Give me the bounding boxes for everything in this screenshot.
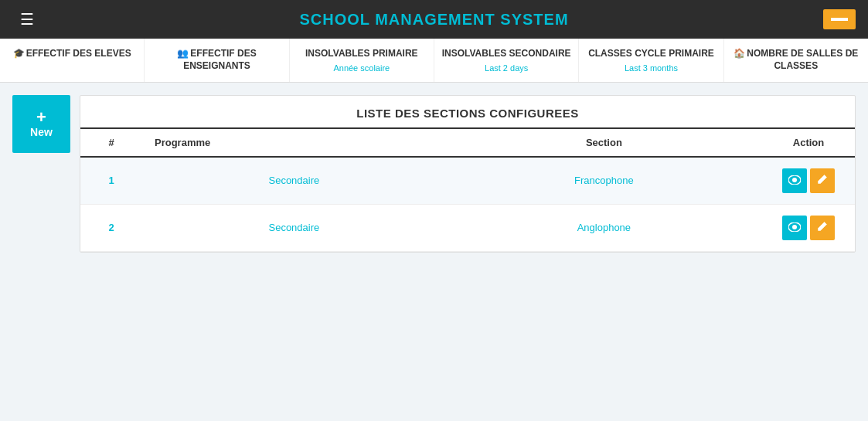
stat-salles[interactable]: 🏠NOMBRE DE SALLES DE CLASSES: [724, 39, 868, 82]
stat-effectif-eleves-title: 🎓EFFECTIF DES ELEVES: [6, 48, 138, 60]
cell-action: [762, 157, 855, 205]
table-title: LISTE DES SECTIONS CONFIGUREES: [80, 96, 855, 127]
stat-insolvables-primaire-title: INSOLVABLES PRIMAIRE: [296, 48, 427, 60]
stat-insolvables-secondaire-title: INSOLVABLES SECONDAIRE: [441, 48, 572, 60]
group-icon: 👥: [177, 48, 189, 60]
stat-effectif-enseignants[interactable]: 👥EFFECTIF DES ENSEIGNANTS: [145, 39, 289, 82]
cell-programme: Secondaire: [142, 157, 446, 205]
main-content: + New LISTE DES SECTIONS CONFIGUREES # P…: [0, 83, 868, 265]
new-button-label: New: [30, 126, 53, 138]
home-icon: 🏠: [734, 48, 745, 60]
pencil-icon: [817, 174, 828, 187]
hamburger-button[interactable]: ☰: [12, 5, 42, 33]
flag-button[interactable]: [823, 9, 856, 29]
table-row: 2 Secondaire Anglophone: [80, 204, 855, 251]
cell-num: 2: [80, 204, 142, 251]
edit-button[interactable]: [810, 168, 835, 193]
sections-table-card: LISTE DES SECTIONS CONFIGUREES # Program…: [80, 95, 856, 253]
stat-classes-cycle-sub: Last 3 months: [585, 63, 717, 73]
stat-insolvables-secondaire-sub: Last 2 days: [441, 63, 572, 73]
flag-icon: [831, 14, 848, 25]
cell-num: 1: [80, 157, 142, 205]
table-header-row: # Programme Section Action: [80, 128, 855, 157]
stat-salles-title: 🏠NOMBRE DE SALLES DE CLASSES: [730, 48, 862, 72]
view-button[interactable]: [782, 216, 807, 240]
svg-point-3: [792, 178, 797, 182]
svg-point-5: [792, 225, 797, 229]
stat-classes-cycle-title: CLASSES CYCLE PRIMAIRE: [585, 48, 717, 60]
pencil-icon: [817, 221, 828, 234]
stats-bar: 🎓EFFECTIF DES ELEVES 👥EFFECTIF DES ENSEI…: [0, 39, 868, 83]
eye-icon: [788, 222, 801, 234]
col-header-programme: Programme: [142, 128, 446, 157]
stat-effectif-enseignants-title: 👥EFFECTIF DES ENSEIGNANTS: [151, 48, 282, 72]
col-header-section: Section: [446, 128, 762, 157]
svg-rect-1: [831, 18, 848, 21]
stat-insolvables-primaire[interactable]: INSOLVABLES PRIMAIRE Année scolaire: [290, 39, 434, 82]
col-header-action: Action: [762, 128, 855, 157]
stat-insolvables-secondaire[interactable]: INSOLVABLES SECONDAIRE Last 2 days: [434, 39, 579, 82]
edit-button[interactable]: [810, 216, 835, 240]
cell-programme: Secondaire: [142, 204, 446, 251]
table-row: 1 Secondaire Francophone: [80, 157, 855, 205]
graduation-icon: 🎓: [13, 48, 25, 60]
new-button-plus: +: [36, 109, 46, 126]
sections-table: # Programme Section Action 1 Secondaire …: [80, 127, 855, 252]
eye-icon: [788, 175, 801, 187]
stat-effectif-eleves[interactable]: 🎓EFFECTIF DES ELEVES: [0, 39, 145, 82]
cell-section: Anglophone: [446, 204, 762, 251]
top-nav: ☰ SCHOOL MANAGEMENT SYSTEM: [0, 0, 868, 39]
cell-action: [762, 204, 855, 251]
hamburger-icon: ☰: [20, 11, 34, 28]
cell-section: Francophone: [446, 157, 762, 205]
view-button[interactable]: [782, 168, 807, 193]
stat-insolvables-primaire-sub: Année scolaire: [296, 63, 427, 73]
app-title: SCHOOL MANAGEMENT SYSTEM: [299, 11, 568, 29]
new-button[interactable]: + New: [12, 95, 70, 153]
stat-classes-cycle[interactable]: CLASSES CYCLE PRIMAIRE Last 3 months: [579, 39, 723, 82]
col-header-num: #: [80, 128, 142, 157]
